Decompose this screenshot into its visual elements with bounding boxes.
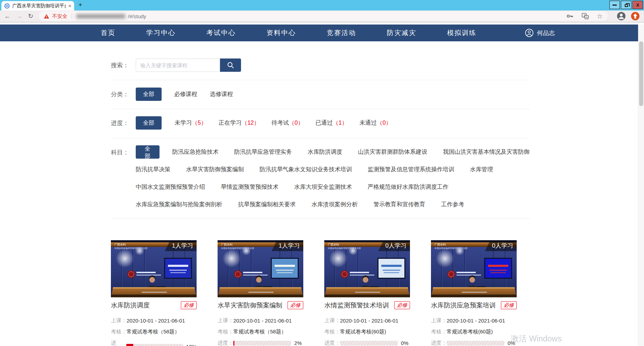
subject-label: 科目： <box>111 148 136 157</box>
progress-percent: 0% <box>401 340 409 346</box>
svg-text:广西水利: 广西水利 <box>114 243 126 246</box>
class-time-value: 2020-10-01 - 2021-06-01 <box>340 318 398 324</box>
progress-all-button[interactable]: 全部 <box>136 116 162 130</box>
progress-row-label: 进度： <box>218 340 233 346</box>
subject-filter-item[interactable]: 水库溃坝案例分析 <box>312 201 358 208</box>
subject-filter-item[interactable]: 防汛应急抢险技术 <box>172 148 219 156</box>
course-card[interactable]: 广西水利 中国水利水电科学研究院技术支持 0人学习 水库防洪应急预案培训 必修 … <box>431 240 517 346</box>
url-separator <box>72 14 72 19</box>
site-favicon <box>4 3 10 9</box>
exam-label: 考核： <box>324 328 340 335</box>
window-minimize-button[interactable] <box>609 1 620 9</box>
progress-filter-item[interactable]: 正在学习（12） <box>219 119 260 127</box>
progress-filter-item[interactable]: 待考试（0） <box>271 119 304 127</box>
subject-filter-item[interactable]: 严格规范做好水库防洪调度工作 <box>368 183 448 191</box>
course-thumbnail[interactable]: 广西水利 中国水利水电科学研究院技术支持 0人学习 <box>324 240 410 297</box>
divider <box>111 218 530 219</box>
study-page-content: 搜索： 分类： 全部 必修课程选修课程 进度： 全部 未学习（5） 正在学习（1… <box>111 58 530 346</box>
course-card[interactable]: 广西水利 中国水利水电科学研究院技术支持 1人学习 水旱灾害防御预案编制 必修 … <box>218 240 303 346</box>
course-card[interactable]: 广西水利 中国水利水电科学研究院技术支持 1人学习 水库防洪调度 必修 上课： … <box>111 240 197 346</box>
nav-item[interactable]: 首页 <box>101 28 115 37</box>
svg-text:中国水利水电科学研究院技术支持: 中国水利水电科学研究院技术支持 <box>114 247 148 250</box>
password-key-icon[interactable] <box>566 13 574 20</box>
category-filter-item[interactable]: 必修课程 <box>174 90 197 98</box>
course-thumbnail[interactable]: 广西水利 中国水利水电科学研究院技术支持 1人学习 <box>218 240 303 297</box>
subject-filter-item[interactable]: 监测预警及信息管理系统操作培训 <box>368 166 454 173</box>
subject-filter-item[interactable]: 水库大坝安全监测技术 <box>294 183 352 191</box>
nav-item[interactable]: 竞赛活动 <box>327 28 356 37</box>
viewer-count-badge: 1人学习 <box>165 241 197 251</box>
nav-item[interactable]: 考试中心 <box>206 28 236 37</box>
category-filter-item[interactable]: 选修课程 <box>210 90 233 98</box>
page-scrollbar[interactable] <box>638 25 644 346</box>
subject-all-button[interactable]: 全部 <box>136 145 160 159</box>
bookmark-star-icon[interactable]: ☆ <box>597 13 603 20</box>
forward-icon[interactable]: → <box>16 13 22 19</box>
subject-filter-item[interactable]: 工作参考 <box>441 201 464 208</box>
class-time-value: 2020-10-01 - 2021-06-01 <box>447 318 505 324</box>
progress-filter-row: 进度： 全部 未学习（5） 正在学习（12） 待考试（0） 已通过（1） 未通过… <box>111 116 530 130</box>
progress-percent: 12% <box>186 344 197 346</box>
security-warning-label: 不安全 <box>52 13 68 20</box>
reload-icon[interactable]: ↻ <box>28 13 33 19</box>
subject-filter-item[interactable]: 防汛抗旱决策 <box>136 166 170 173</box>
exam-label: 考核： <box>218 328 233 335</box>
subject-filter-item[interactable]: 水库防洪调度 <box>308 148 342 156</box>
nav-item[interactable]: 防灾减灾 <box>387 28 416 37</box>
address-bar[interactable]: 不安全 /#/study 文 A ☆ <box>39 11 608 21</box>
translate-icon[interactable]: 文 A <box>581 13 589 20</box>
nav-item[interactable]: 资料中心 <box>267 28 296 37</box>
back-icon[interactable]: ← <box>4 13 10 19</box>
subject-filter-block: 科目： 全部 防汛应急抢险技术防汛抗旱应急管理实务水库防洪调度山洪灾害群测群防体… <box>111 145 530 211</box>
user-icon <box>525 28 534 37</box>
subject-filter-item[interactable]: 水库管理 <box>470 166 493 173</box>
category-filter-row: 分类： 全部 必修课程选修课程 <box>111 88 530 101</box>
user-name: 何品志 <box>537 29 555 37</box>
subject-filter-item[interactable]: 警示教育和宣传教育 <box>374 201 426 208</box>
search-button[interactable] <box>220 58 241 72</box>
course-thumbnail[interactable]: 广西水利 中国水利水电科学研究院技术支持 0人学习 <box>431 240 517 297</box>
viewer-count-badge: 1人学习 <box>272 241 303 251</box>
nav-item[interactable]: 模拟训练 <box>447 28 476 37</box>
browser-chrome: 广西水旱灾害防御培训平台 × + X ← → ↻ 不安全 /#/study <box>0 0 644 25</box>
progress-filter-item[interactable]: 已通过（1） <box>316 119 348 127</box>
user-menu[interactable]: 何品志 <box>525 28 555 37</box>
progress-filter-item[interactable]: 未学习（5） <box>175 119 207 127</box>
new-tab-button[interactable]: + <box>78 1 82 9</box>
svg-text:广西水利: 广西水利 <box>221 243 232 246</box>
window-maximize-button[interactable] <box>621 1 631 9</box>
category-all-button[interactable]: 全部 <box>136 88 162 101</box>
browser-tab[interactable]: 广西水旱灾害防御培训平台 × <box>1 1 74 11</box>
exam-value: 常规试卷考核（58题） <box>233 328 286 335</box>
subject-filter-item[interactable]: 抗旱预案编制相关要求 <box>238 201 296 208</box>
course-title: 水库防洪调度 <box>111 301 150 310</box>
scrollbar-thumb[interactable] <box>639 41 643 106</box>
svg-text:A: A <box>586 16 588 19</box>
svg-text:中国水利水电科学研究院技术支持: 中国水利水电科学研究院技术支持 <box>221 247 254 250</box>
divider <box>111 80 530 80</box>
maximize-icon <box>625 4 628 7</box>
viewer-count-badge: 0人学习 <box>485 241 517 251</box>
progress-filter-item[interactable]: 未通过（0） <box>359 119 391 127</box>
search-label: 搜索： <box>111 61 136 69</box>
subject-filter-item[interactable]: 水库应急预案编制与抢险案例剖析 <box>136 201 222 208</box>
course-card[interactable]: 广西水利 中国水利水电科学研究院技术支持 0人学习 水情监测预警技术培训 必修 … <box>324 240 410 346</box>
profile-avatar-icon[interactable] <box>617 12 626 21</box>
subject-filter-item[interactable]: 我国山洪灾害基本情况及灾害防御 <box>443 148 530 156</box>
browser-update-icon[interactable] <box>631 12 640 21</box>
course-thumbnail[interactable]: 广西水利 中国水利水电科学研究院技术支持 1人学习 <box>111 240 197 297</box>
subject-filter-item[interactable]: 旱情监测预警预报技术 <box>221 183 278 191</box>
subject-filter-item[interactable]: 山洪灾害群测群防体系建设 <box>358 148 427 156</box>
search-input[interactable] <box>136 58 220 72</box>
subject-filter-item[interactable]: 防汛抗旱气象水文知识业务技术培训 <box>260 166 352 173</box>
subject-filter-item[interactable]: 中国水文监测预报预警介绍 <box>136 183 205 191</box>
nav-item[interactable]: 学习中心 <box>146 28 176 37</box>
tab-close-icon[interactable]: × <box>68 3 71 8</box>
subject-filter-item[interactable]: 水旱灾害防御预案编制 <box>186 166 244 173</box>
main-nav: 首页学习中心考试中心资料中心竞赛活动防灾减灾模拟训练 何品志 <box>0 25 644 41</box>
course-title: 水库防洪应急预案培训 <box>431 301 496 310</box>
subject-filter-item[interactable]: 防汛抗旱应急管理实务 <box>234 148 292 156</box>
category-label: 分类： <box>111 90 136 98</box>
svg-text:广西水利: 广西水利 <box>434 243 446 246</box>
window-close-button[interactable]: X <box>632 1 643 9</box>
